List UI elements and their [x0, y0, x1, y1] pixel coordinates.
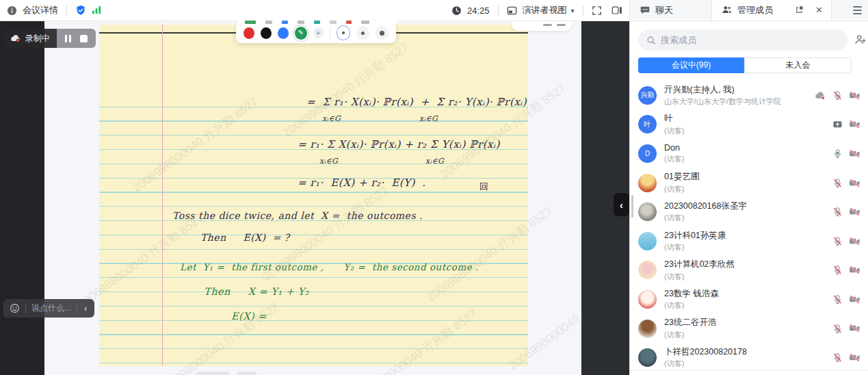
- member-row[interactable]: 23统二谷开浩 (访客): [630, 314, 868, 344]
- mic-status-icon[interactable]: [832, 294, 843, 305]
- camera-off-icon[interactable]: [849, 148, 860, 159]
- member-row[interactable]: 卜祥哲202300820178 (访客): [630, 343, 868, 372]
- mic-status-icon[interactable]: [832, 324, 843, 334]
- popout-icon[interactable]: [795, 5, 804, 14]
- mic-status-icon[interactable]: [832, 90, 843, 101]
- meeting-details-button[interactable]: 会议详情: [23, 4, 58, 16]
- color-green-button-selected[interactable]: ✎: [295, 27, 307, 40]
- avatar: 兴勤: [638, 86, 657, 105]
- avatar: [638, 232, 657, 250]
- mic-status-icon[interactable]: [832, 119, 843, 129]
- quick-chat-bar: 说点什么... ‹: [3, 299, 94, 318]
- pen-size-medium-button[interactable]: [356, 26, 369, 40]
- mic-status-icon[interactable]: [832, 265, 843, 275]
- member-row[interactable]: 23计科01孙英康 (访客): [630, 227, 868, 256]
- member-row[interactable]: 兴勤 亓兴勤(主持人, 我) 山东大学/山东大学/数学与统计学院: [630, 81, 868, 110]
- pen-size-large-button[interactable]: [376, 26, 389, 40]
- math-formula-1-limit-2: xᵢ∈G: [419, 114, 438, 123]
- pen-icon: ✎: [298, 29, 304, 36]
- mic-status-icon[interactable]: [832, 236, 843, 246]
- collapse-panel-button[interactable]: ‹: [614, 193, 629, 216]
- member-row[interactable]: 01晏艺圃 (访客): [630, 168, 868, 198]
- avatar: 叶: [638, 115, 657, 133]
- add-color-button[interactable]: +: [313, 27, 324, 38]
- camera-off-icon[interactable]: [849, 323, 860, 333]
- member-name: 亓兴勤(主持人, 我): [664, 84, 815, 96]
- mic-status-icon[interactable]: [832, 178, 843, 188]
- camera-off-icon[interactable]: [849, 236, 860, 246]
- member-row[interactable]: D Don (访客): [630, 139, 868, 168]
- member-subtitle: (访客): [664, 300, 832, 311]
- top-bar: 会议详情 24:25 演讲者视图 ▾ 聊天: [0, 0, 868, 21]
- info-icon[interactable]: [7, 5, 17, 16]
- fullscreen-icon[interactable]: [592, 5, 602, 16]
- members-panel: 搜索成员 会议中(99) 未入会 兴勤 亓兴勤(主持人, 我) 山东大学/山东大…: [629, 21, 868, 375]
- member-name: 23统二谷开浩: [664, 317, 832, 328]
- camera-off-icon[interactable]: [849, 352, 860, 363]
- member-row[interactable]: 23计算机02李欣然 (访客): [630, 256, 868, 285]
- math-formula-1: = Σ r₁· X(xᵢ)· ℙr(xᵢ) + Σ r₂· Y(xᵢ)· ℙr(…: [306, 96, 527, 108]
- people-icon: [722, 5, 733, 14]
- chevron-down-icon[interactable]: ▾: [571, 7, 575, 14]
- divider: [583, 5, 583, 15]
- camera-off-icon[interactable]: [849, 119, 860, 129]
- color-black-button[interactable]: [261, 27, 272, 39]
- undo-icon[interactable]: [543, 24, 552, 26]
- member-subtitle: (访客): [664, 154, 832, 164]
- margin-line: [162, 25, 163, 366]
- divider: [77, 304, 77, 313]
- tab-in-meeting[interactable]: 会议中(99): [638, 57, 744, 73]
- network-signal-icon[interactable]: [92, 5, 102, 14]
- member-filter-tabs: 会议中(99) 未入会: [638, 57, 852, 73]
- math-formula-2-limit-1: xᵢ∈G: [319, 157, 338, 166]
- member-name: 01晏艺圃: [664, 171, 832, 183]
- mic-status-icon[interactable]: [832, 207, 843, 217]
- camera-off-icon[interactable]: [849, 207, 860, 217]
- side-by-side-icon[interactable]: [611, 5, 622, 15]
- camera-off-icon[interactable]: [849, 90, 860, 101]
- camera-off-icon[interactable]: [849, 294, 860, 305]
- quick-chat-input[interactable]: 说点什么...: [31, 302, 71, 314]
- math-formula-2-limit-2: xᵢ∈G: [425, 157, 444, 166]
- member-row[interactable]: 202300820168张圣宇 (访客): [630, 197, 868, 227]
- partial-bottom-button: [196, 372, 229, 375]
- member-row[interactable]: 23数学 钱浩森 (访客): [630, 285, 868, 314]
- members-tab-label: 管理成员: [737, 4, 773, 16]
- avatar-initials: 叶: [644, 120, 651, 129]
- notes-line-2: Then E(X) = ?: [200, 232, 290, 243]
- collapse-chat-icon[interactable]: ‹: [83, 304, 88, 313]
- tab-not-joined[interactable]: 未入会: [744, 57, 852, 73]
- tab-chat[interactable]: 聊天: [629, 0, 711, 21]
- close-icon[interactable]: ✕: [815, 5, 823, 15]
- camera-off-icon[interactable]: [849, 178, 860, 188]
- scrollbar-thumb[interactable]: [631, 195, 633, 218]
- notes-green-2: Then X = Y₁ + Y₂: [204, 286, 309, 297]
- view-mode-dropdown[interactable]: 演讲者视图: [523, 4, 567, 16]
- emoji-icon[interactable]: [10, 303, 20, 313]
- security-shield-icon[interactable]: [75, 5, 86, 16]
- member-row[interactable]: 叶 叶 (访客): [630, 110, 868, 140]
- pen-size-small-button[interactable]: [337, 25, 351, 40]
- panel-footer: [630, 370, 868, 375]
- member-subtitle: (访客): [664, 272, 832, 282]
- pause-recording-button[interactable]: [65, 35, 71, 42]
- stop-recording-button[interactable]: [80, 35, 88, 42]
- member-name: 23数学 钱浩森: [664, 288, 832, 300]
- cloud-recording-icon: [10, 34, 21, 43]
- mic-status-icon[interactable]: [832, 148, 843, 159]
- color-red-button[interactable]: [244, 27, 254, 39]
- top-bar-right-strip: [831, 0, 868, 21]
- color-blue-button[interactable]: [278, 27, 289, 39]
- redo-icon[interactable]: [557, 24, 566, 26]
- menu-icon[interactable]: [853, 6, 862, 14]
- add-member-icon[interactable]: [854, 34, 867, 46]
- search-input[interactable]: 搜索成员: [638, 29, 847, 51]
- partial-bottom-button: [237, 372, 257, 375]
- mic-status-icon[interactable]: [832, 352, 843, 363]
- chat-bubble-icon: [640, 5, 650, 15]
- avatar: [638, 348, 657, 367]
- member-name: Don: [664, 143, 832, 153]
- camera-off-icon[interactable]: [849, 265, 860, 275]
- tab-manage-members[interactable]: 管理成员 ✕: [711, 0, 831, 21]
- notes-green-1: Let Y₁ = the first outcome , Y₂ = the se…: [180, 261, 479, 272]
